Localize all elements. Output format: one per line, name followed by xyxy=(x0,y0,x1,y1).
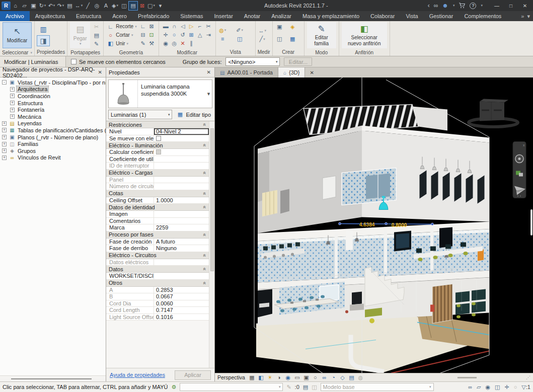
shadows-icon[interactable]: ◑ xyxy=(275,374,283,381)
thin-lines-icon[interactable]: ▤ xyxy=(129,2,137,10)
ribbon-tab-insertar[interactable]: Insertar xyxy=(209,11,239,21)
offset-icon[interactable]: ∩ xyxy=(170,22,179,30)
save-icon[interactable]: ▣ xyxy=(29,2,38,10)
properties-help-link[interactable]: Ayuda de propiedades xyxy=(110,372,165,378)
view-tab-3d[interactable]: ⌂ {3D} xyxy=(278,67,305,77)
close-navbar-icon[interactable]: x xyxy=(523,143,525,147)
unlock-view-icon[interactable]: ○ xyxy=(311,374,320,381)
moves-with-nearby-checkbox[interactable]: Se mueve con elementos cercanos xyxy=(71,59,166,65)
drag-elements-on-selection-icon[interactable]: ✛ xyxy=(504,384,509,390)
expand-icon[interactable]: + xyxy=(10,108,15,112)
panel-label-medir[interactable]: Medir xyxy=(256,48,272,56)
ribbon-overflow-icon[interactable]: » xyxy=(521,13,524,19)
switch-windows-icon[interactable]: ▢▾ xyxy=(147,2,156,10)
ribbon-minimize-icon[interactable]: ▾ xyxy=(527,13,530,20)
property-value[interactable]: A futuro xyxy=(154,239,209,245)
customize-qat-icon[interactable]: ▾ xyxy=(156,2,165,10)
3d-model-canvas[interactable]: 4.6384 0.8000 xyxy=(215,77,533,373)
mirror-pick-axis-icon[interactable]: ◁ xyxy=(179,22,187,30)
close-project-browser-icon[interactable]: ✕ xyxy=(97,69,103,75)
active-workset-select[interactable]: ▾ xyxy=(180,383,283,391)
property-value[interactable]: 04-Nivel 2 xyxy=(154,128,209,135)
ribbon-tab-gestionar[interactable]: Gestionar xyxy=(424,11,459,21)
ribbon-tab-prefabricado[interactable]: Prefabricado xyxy=(132,11,175,21)
property-value[interactable] xyxy=(154,183,209,190)
unir-button[interactable]: ◧ Unir▾ xyxy=(106,40,137,48)
design-option-select[interactable]: Modelo base▾ xyxy=(321,383,434,391)
tree-item-v-nculos-de-revit[interactable]: +∞Vínculos de Revit xyxy=(0,154,106,162)
ribbon-tab-archivo[interactable]: Archivo xyxy=(0,11,30,21)
property-value[interactable]: 0.0667 xyxy=(154,293,209,300)
property-value[interactable]: 0.7147 xyxy=(154,307,209,313)
ribbon-tab-anotar[interactable]: Anotar xyxy=(239,11,266,21)
edit-type-button[interactable]: ▦ Editar tipo xyxy=(174,110,212,119)
property-section-el-ctrico-cargas[interactable]: Eléctrico - Cargas« xyxy=(106,170,209,177)
panel-label-crear[interactable]: Crear xyxy=(273,48,304,56)
recorte-button[interactable]: ∟ Recorte▾ xyxy=(106,23,137,31)
worksharing-display-icon[interactable]: ▤ xyxy=(347,374,356,381)
collapse-section-icon[interactable]: « xyxy=(202,206,208,209)
create-group-icon[interactable]: ▣ xyxy=(275,23,284,31)
collapse-section-icon[interactable]: « xyxy=(202,233,208,236)
split-element-icon[interactable]: ✂ xyxy=(204,22,213,30)
property-value[interactable]: 0.0060 xyxy=(154,300,209,307)
tree-item-familias[interactable]: +◫Familias xyxy=(0,140,106,147)
home-icon[interactable]: ⌂ xyxy=(11,2,20,10)
mirror-draw-axis-icon[interactable]: ▷ xyxy=(187,22,196,30)
property-value[interactable] xyxy=(154,135,209,142)
ribbon-tab-colaborar[interactable]: Colaborar xyxy=(365,11,400,21)
panel-label-portapapeles[interactable]: Portapapeles xyxy=(67,49,103,56)
property-section-datos[interactable]: Datos« xyxy=(106,266,209,273)
tree-item-planos-rvtr-n-mero-de-plano[interactable]: +▣Planos (_rvtr - Número de plano) xyxy=(0,134,106,141)
help-icon[interactable]: ? xyxy=(470,3,476,9)
linework2-icon[interactable]: ≡ xyxy=(218,35,227,43)
ribbon-tab-complementos[interactable]: Complementos xyxy=(459,11,507,21)
rotate-icon[interactable]: ↺ xyxy=(179,31,187,39)
type-properties-icon[interactable]: ◨ xyxy=(37,36,49,46)
create-parts-icon[interactable]: ◫ xyxy=(275,35,284,43)
tree-item-vistas-rvtr-disciplina-tipo-por-[interactable]: -▣Vistas (_rvtr - Disciplina/Tipo - por … xyxy=(0,79,106,86)
property-value[interactable]: Ninguno xyxy=(154,245,209,252)
property-section-restricciones[interactable]: Restricciones« xyxy=(106,121,209,128)
temporary-view-properties-icon[interactable]: ◔ xyxy=(329,374,338,381)
properties-scrollbar[interactable] xyxy=(209,121,214,368)
tree-item-arquitectura[interactable]: +Arquitectura xyxy=(0,86,106,93)
select-pinned-elements-icon[interactable]: ◉ xyxy=(485,384,490,390)
undo-icon[interactable]: ↶▾ xyxy=(47,2,56,10)
light-group-select[interactable]: <Ninguno>▾ xyxy=(225,57,280,66)
maximize-button[interactable]: □ xyxy=(504,0,518,11)
property-value[interactable] xyxy=(154,177,209,183)
design-options-icon[interactable]: ◫ xyxy=(312,384,317,390)
background-processes-icon[interactable]: ○ xyxy=(514,384,517,390)
property-value[interactable]: 1.0000 xyxy=(154,197,209,204)
expand-icon[interactable]: + xyxy=(2,135,7,139)
filter-icon[interactable]: ▽ xyxy=(521,384,525,390)
tree-item-leyendas[interactable]: +▤Leyendas xyxy=(0,120,106,127)
collapse-section-icon[interactable]: « xyxy=(202,192,208,195)
revit-logo[interactable]: R xyxy=(2,2,11,10)
ribbon-tab-arquitectura[interactable]: Arquitectura xyxy=(30,11,70,21)
tag-by-category-icon[interactable]: ◎ xyxy=(93,2,101,10)
close-properties-icon[interactable]: ✕ xyxy=(206,69,212,75)
sign-in-caret-icon[interactable]: ▾ xyxy=(453,4,455,8)
select-elements-by-face-icon[interactable]: ◫ xyxy=(495,384,500,390)
ribbon-tab-estructura[interactable]: Estructura xyxy=(70,11,107,21)
close-hidden-windows-icon[interactable]: ⊠ xyxy=(138,2,146,10)
ribbon-tab-acero[interactable]: Acero xyxy=(107,11,132,21)
collapse-section-icon[interactable]: « xyxy=(202,254,208,257)
search-collapse-icon[interactable]: ‹ xyxy=(428,2,430,9)
property-value[interactable] xyxy=(154,273,209,279)
property-value[interactable] xyxy=(154,163,209,169)
panel-label-vista[interactable]: Vista xyxy=(216,48,255,56)
hide-element-icon[interactable]: ◫ xyxy=(236,35,244,43)
panel-label-anfitrion[interactable]: Anfitrión xyxy=(339,49,390,56)
collapse-section-icon[interactable]: « xyxy=(202,268,208,271)
collapse-icon[interactable]: - xyxy=(2,80,7,85)
expand-icon[interactable]: + xyxy=(2,155,7,160)
pin-icon[interactable]: ◉ xyxy=(162,39,170,47)
trim-extend-corner-icon[interactable]: ⌐ xyxy=(196,22,204,30)
panel-label-modo[interactable]: Modo xyxy=(304,49,339,56)
show-crop-region-icon[interactable]: ▣ xyxy=(302,374,311,381)
paint-icon[interactable]: ⊡ xyxy=(147,31,156,39)
drawing-vertical-scrollbar[interactable] xyxy=(530,209,532,236)
